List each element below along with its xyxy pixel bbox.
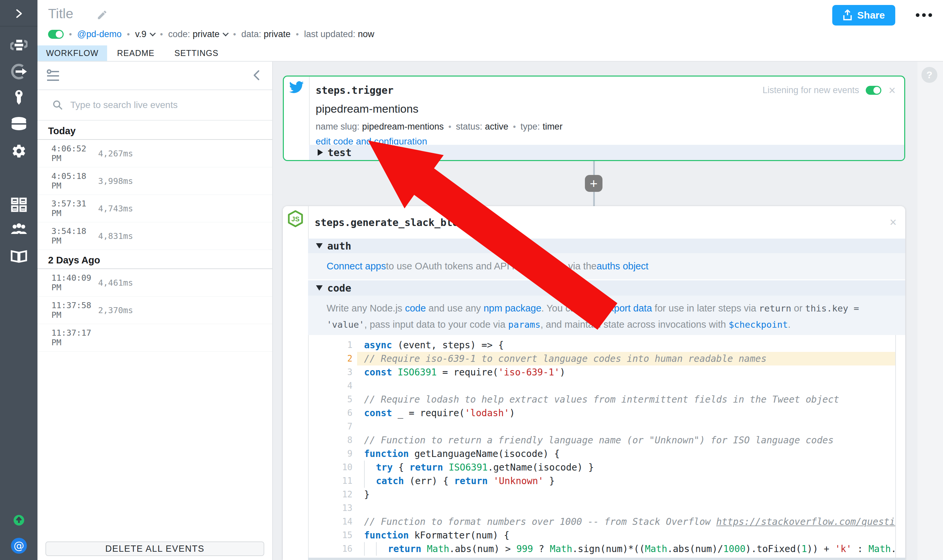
inline-doc-link[interactable]: $checkpoint: [729, 319, 788, 330]
expand-triangle-icon: [317, 149, 323, 156]
code-line[interactable]: 16return Math.abs(num) > 999 ? Math.sign…: [333, 542, 905, 556]
tab-readme[interactable]: README: [107, 45, 165, 61]
event-group-label: Today: [37, 121, 272, 140]
auth-section-header[interactable]: auth: [308, 238, 905, 253]
code-editor[interactable]: 1async (event, steps) => {2// Require is…: [333, 335, 905, 558]
listening-label: Listening for new events: [763, 85, 859, 95]
event-duration: 4,743ms: [98, 204, 133, 214]
inline-doc-link[interactable]: Connect apps: [327, 261, 386, 272]
code-line[interactable]: 7: [333, 420, 905, 434]
code-line[interactable]: 4: [333, 379, 905, 393]
data-visibility-label: data:: [241, 29, 261, 39]
code-line[interactable]: 1async (event, steps) => {: [333, 338, 905, 352]
close-icon[interactable]: ×: [889, 86, 895, 95]
close-icon[interactable]: ×: [890, 218, 897, 227]
event-row[interactable]: 4:05:18 PM3,998ms: [37, 167, 272, 195]
expand-chevron-icon[interactable]: [13, 8, 25, 20]
edit-title-pencil-icon[interactable]: [97, 9, 108, 22]
search-input[interactable]: [69, 99, 250, 111]
code-line[interactable]: 10try { return ISO6391.getName(isocode) …: [333, 461, 905, 474]
collapse-triangle-icon: [316, 243, 323, 249]
twitter-icon: [289, 80, 304, 96]
event-time: 11:40:09 PM: [51, 273, 98, 292]
event-row[interactable]: 3:57:31 PM4,743ms: [37, 195, 272, 222]
exit-icon[interactable]: [10, 63, 28, 82]
event-row[interactable]: 4:06:52 PM4,267ms: [37, 140, 272, 167]
event-time: 11:37:58 PM: [51, 300, 98, 320]
inline-doc-link[interactable]: npm package: [484, 303, 541, 314]
inline-doc-link[interactable]: params: [508, 319, 541, 330]
code-line[interactable]: 12}: [333, 488, 905, 502]
code-line[interactable]: 15function kFormatter(num) {: [333, 529, 905, 542]
more-options-button[interactable]: [916, 13, 932, 17]
pipedream-workflow-app: @ Title • @pd-demo • v.9 • code: private…: [0, 0, 943, 560]
chevron-down-icon: [222, 30, 228, 36]
inline-doc-link[interactable]: code: [405, 303, 426, 314]
trigger-step-name: steps.trigger: [316, 85, 394, 96]
trigger-app-column: [284, 77, 310, 160]
help-button[interactable]: ?: [921, 67, 937, 83]
apps-grid-icon[interactable]: [11, 197, 27, 214]
version-select[interactable]: v.9: [135, 29, 146, 39]
last-updated-value: now: [358, 29, 374, 39]
code-step-app-column: JS: [283, 206, 309, 560]
code-line[interactable]: 3const ISO6391 = require('iso-639-1'): [333, 366, 905, 379]
code-line[interactable]: 11catch (err) { return 'Unknown' }: [333, 474, 905, 488]
database-icon[interactable]: [11, 117, 27, 133]
left-rail: @: [0, 0, 37, 560]
event-time: 3:54:18 PM: [51, 226, 98, 246]
delete-all-events-button[interactable]: DELETE ALL EVENTS: [45, 542, 264, 556]
event-row[interactable]: 11:37:58 PM2,370ms: [37, 297, 272, 324]
canvas-right-gutter: [917, 62, 943, 560]
page-title[interactable]: Title: [48, 6, 73, 22]
event-duration: 4,461ms: [98, 278, 133, 288]
editor-bottom-scrollbar[interactable]: [308, 558, 905, 560]
code-line[interactable]: 14// Function to format numbers over 100…: [333, 515, 905, 529]
event-row[interactable]: 3:54:18 PM4,831ms: [37, 222, 272, 250]
community-icon[interactable]: [10, 223, 28, 237]
event-row[interactable]: 11:40:09 PM4,461ms: [37, 269, 272, 297]
trigger-test-row[interactable]: test: [309, 145, 904, 160]
code-visibility-select[interactable]: private: [193, 29, 219, 39]
tab-bar: WORKFLOW README SETTINGS: [37, 45, 228, 61]
key-icon[interactable]: [11, 89, 26, 108]
workflow-canvas: ? + steps.trigger Listening for new even…: [273, 62, 943, 560]
rail-divider: [0, 26, 37, 26]
code-line[interactable]: 8// Function to return a friendly langua…: [333, 434, 905, 447]
tab-settings[interactable]: SETTINGS: [165, 45, 228, 61]
svg-text:JS: JS: [291, 215, 299, 223]
code-line[interactable]: 5// Require lodash to help extract value…: [333, 393, 905, 406]
pipedream-logo-icon[interactable]: [10, 37, 28, 55]
tab-workflow[interactable]: WORKFLOW: [37, 45, 107, 61]
event-search-row: [37, 90, 272, 121]
event-duration: 4,831ms: [98, 231, 133, 241]
editor-scrollbar[interactable]: [895, 335, 905, 558]
docs-book-icon[interactable]: [10, 249, 28, 265]
listening-toggle[interactable]: [866, 86, 881, 95]
account-link[interactable]: @pd-demo: [77, 29, 122, 39]
events-toolbar: [37, 62, 272, 90]
inline-doc-link[interactable]: auths object: [596, 261, 648, 272]
auth-section-content: Connect apps to use OAuth tokens and API…: [308, 253, 905, 279]
code-line[interactable]: 6const _ = require('lodash'): [333, 406, 905, 420]
event-time: 4:06:52 PM: [51, 144, 98, 163]
search-icon: [52, 100, 63, 110]
workflow-enabled-toggle[interactable]: [48, 30, 64, 39]
gear-icon[interactable]: [11, 143, 27, 160]
last-updated-label: last updated:: [304, 29, 356, 39]
code-line[interactable]: 9function getLanguageName(isocode) {: [333, 447, 905, 461]
code-line[interactable]: 2// Require iso-639-1 to convert languag…: [333, 352, 905, 366]
share-button[interactable]: Share: [832, 5, 895, 26]
code-section-header[interactable]: code: [308, 279, 905, 295]
deploy-up-icon[interactable]: [13, 515, 25, 527]
collapse-panel-icon[interactable]: [252, 69, 262, 82]
inline-doc-link[interactable]: export data: [604, 303, 652, 314]
nodejs-icon: JS: [288, 210, 304, 229]
event-group-label: 2 Days Ago: [37, 250, 272, 269]
mentions-at-icon[interactable]: @: [11, 537, 27, 555]
event-row[interactable]: 11:37:17 PM: [37, 324, 272, 352]
add-step-button[interactable]: +: [585, 175, 602, 192]
code-line[interactable]: 13: [333, 502, 905, 515]
workflow-header: Title • @pd-demo • v.9 • code: private •…: [37, 0, 943, 62]
event-filter-icon[interactable]: [46, 69, 60, 83]
